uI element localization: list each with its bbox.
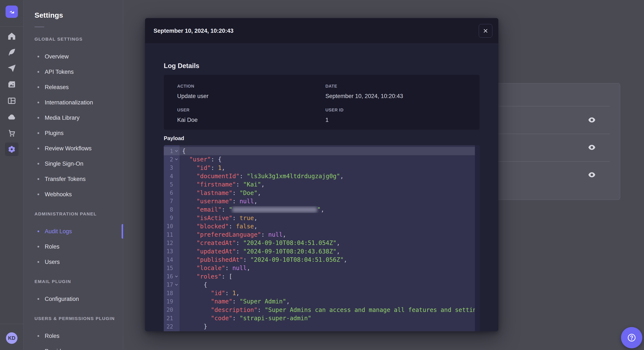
bullet-icon xyxy=(38,230,39,232)
code-line: 6 "lastname": "Doe", xyxy=(164,189,480,197)
code-line: 16 "roles": [ xyxy=(164,272,480,280)
sidebar-item-review-workflows[interactable]: Review Workflows xyxy=(24,141,123,156)
sidebar-item-api-tokens[interactable]: API Tokens xyxy=(24,64,123,80)
line-number: 16 xyxy=(164,273,173,280)
bullet-icon xyxy=(38,102,39,103)
code-line: 3 "id": 1, xyxy=(164,164,480,172)
sidebar-item-plugins[interactable]: Plugins xyxy=(24,126,123,141)
settings-sidebar: Settings GLOBAL SETTINGSOverviewAPI Toke… xyxy=(24,0,123,350)
sidebar-item-label: Users xyxy=(45,259,60,265)
sidebar-item-label: Transfer Tokens xyxy=(45,176,86,182)
bullet-icon xyxy=(38,148,39,149)
eye-icon[interactable] xyxy=(588,171,596,179)
modal-header: September 10, 2024, 10:20:43 xyxy=(145,18,498,44)
settings-nav-sections: GLOBAL SETTINGSOverviewAPI TokensRelease… xyxy=(24,37,123,350)
sidebar-divider xyxy=(0,324,24,324)
sidebar-item-audit-logs[interactable]: Audit Logs xyxy=(24,224,123,239)
bullet-icon xyxy=(38,193,39,195)
sidebar-item-single-sign-on[interactable]: Single Sign-On xyxy=(24,156,123,172)
code-text: "blocked": false, xyxy=(180,223,475,230)
nav-section-label: EMAIL PLUGIN xyxy=(34,279,123,284)
log-details-card: ACTIONUpdate userDATESeptember 10, 2024,… xyxy=(164,75,480,130)
code-line: 1{ xyxy=(164,147,480,155)
close-icon[interactable] xyxy=(479,24,492,38)
nav-item-settings-gear[interactable] xyxy=(5,143,18,156)
line-number: 6 xyxy=(164,190,173,196)
editor-scrollbar[interactable] xyxy=(475,145,480,331)
bullet-icon xyxy=(38,132,39,134)
nav-item-cloud[interactable] xyxy=(5,110,18,124)
eye-icon[interactable] xyxy=(588,116,596,124)
payload-code-editor[interactable]: 1{2 "user": {3 "id": 1,4 "documentId": "… xyxy=(164,145,480,331)
chevron-down-icon[interactable] xyxy=(175,275,178,277)
code-line: 9 "isActive": true, xyxy=(164,214,480,222)
code-text: "documentId": "ls3uk3g1xm4ltdrdugzajg0g"… xyxy=(180,173,475,180)
code-text: { xyxy=(180,148,475,155)
detail-value: Update user xyxy=(177,93,326,100)
code-text: "preferedLanguage": null, xyxy=(180,231,475,238)
avatar[interactable]: KD xyxy=(6,332,18,344)
code-text: "code": "strapi-super-admin" xyxy=(180,315,475,322)
bullet-icon xyxy=(38,261,39,263)
sidebar-item-internationalization[interactable]: Internationalization xyxy=(24,95,123,110)
sidebar-item-configuration[interactable]: Configuration xyxy=(24,291,123,307)
code-line: 11 "preferedLanguage": null, xyxy=(164,230,480,239)
nav-item-media-library[interactable] xyxy=(5,78,18,91)
code-text: "roles": [ xyxy=(180,273,475,280)
code-line: 19 "name": "Super Admin", xyxy=(164,297,480,306)
chevron-down-icon[interactable] xyxy=(175,283,178,286)
line-number: 15 xyxy=(164,265,173,271)
payload-label: Payload xyxy=(164,135,184,141)
detail-label: USER xyxy=(177,108,326,113)
sidebar-item-media-library[interactable]: Media Library xyxy=(24,110,123,126)
nav-section-label: ADMINISTRATION PANEL xyxy=(34,211,123,216)
fold-gutter xyxy=(173,159,180,160)
sidebar-item-transfer-tokens[interactable]: Transfer Tokens xyxy=(24,172,123,187)
sidebar-item-label: Roles xyxy=(45,243,60,250)
sidebar-item-label: Providers xyxy=(45,348,69,350)
code-text: "name": "Super Admin", xyxy=(180,298,475,305)
detail-cell: ACTIONUpdate user xyxy=(177,84,326,100)
code-text: "publishedAt": "2024-09-10T08:04:51.056Z… xyxy=(180,256,475,263)
sidebar-item-users[interactable]: Users xyxy=(24,254,123,270)
code-line: 10 "blocked": false, xyxy=(164,222,480,230)
bullet-icon xyxy=(38,56,39,57)
code-line: 12 "createdAt": "2024-09-10T08:04:51.054… xyxy=(164,239,480,247)
detail-label: USER ID xyxy=(326,108,466,113)
code-line: 18 "id": 1, xyxy=(164,289,480,297)
sidebar-item-providers[interactable]: Providers xyxy=(24,344,123,350)
main-sidebar: KD xyxy=(0,0,24,350)
nav-item-paper-plane[interactable] xyxy=(5,62,18,75)
nav-item-layout[interactable] xyxy=(5,94,18,108)
bullet-icon xyxy=(38,163,39,165)
nav-item-home[interactable] xyxy=(5,29,18,43)
detail-row: ACTIONUpdate userDATESeptember 10, 2024,… xyxy=(177,84,466,100)
chevron-down-icon[interactable] xyxy=(175,158,178,160)
eye-icon[interactable] xyxy=(588,143,596,152)
line-number: 5 xyxy=(164,181,173,188)
bullet-icon xyxy=(38,298,39,300)
code-line: 20 "description": "Super Admins can acce… xyxy=(164,306,480,314)
code-line: 23 ] xyxy=(164,331,480,331)
sidebar-item-label: Overview xyxy=(45,53,69,60)
nav-item-feather[interactable] xyxy=(5,45,18,59)
code-line: 14 "publishedAt": "2024-09-10T08:04:51.0… xyxy=(164,256,480,264)
sidebar-item-label: Roles xyxy=(45,333,60,339)
chevron-down-icon[interactable] xyxy=(175,149,178,152)
code-text: "username": null, xyxy=(180,198,475,205)
fold-gutter xyxy=(173,276,180,278)
question-mark-icon[interactable] xyxy=(621,327,642,348)
sidebar-item-overview[interactable]: Overview xyxy=(24,49,123,64)
code-text: "updatedAt": "2024-09-10T08:20:43.638Z", xyxy=(180,248,475,255)
line-number: 7 xyxy=(164,198,173,204)
code-line: 2 "user": { xyxy=(164,155,480,164)
nav-item-cart[interactable] xyxy=(5,126,18,140)
sidebar-item-roles[interactable]: Roles xyxy=(24,328,123,344)
line-number: 17 xyxy=(164,282,173,288)
sidebar-item-webhooks[interactable]: Webhooks xyxy=(24,187,123,202)
sidebar-item-roles[interactable]: Roles xyxy=(24,239,123,254)
sidebar-item-label: Review Workflows xyxy=(45,145,92,152)
strapi-logo-icon[interactable] xyxy=(6,5,18,18)
sidebar-item-releases[interactable]: Releases xyxy=(24,80,123,95)
code-line: 21 "code": "strapi-super-admin" xyxy=(164,314,480,322)
